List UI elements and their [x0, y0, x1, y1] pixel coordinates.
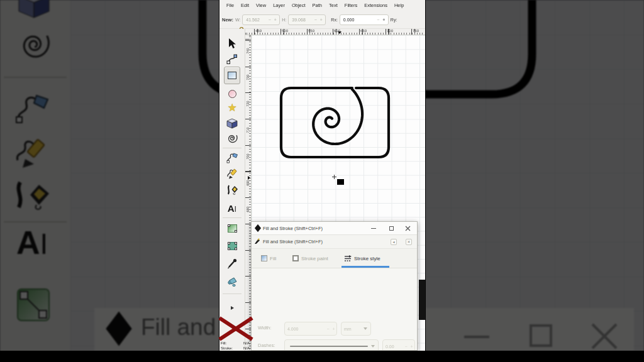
- crosshair-cursor: [332, 175, 336, 179]
- unit-dropdown[interactable]: mm: [341, 322, 371, 336]
- tab-stroke-paint[interactable]: Stroke paint: [292, 249, 328, 268]
- ry-label: Ry:: [391, 18, 397, 22]
- menu-extensions[interactable]: Extensions: [364, 3, 387, 8]
- rectangle-icon: [228, 72, 236, 79]
- pencil-tool-button[interactable]: [224, 166, 240, 181]
- dash-pattern-dropdown[interactable]: [284, 339, 379, 351]
- dashes-row: Dashes: 0.00−+: [252, 339, 417, 351]
- fill-tab-icon: [261, 255, 267, 261]
- inkscape-window: File Edit View Layer Object Path Text Fi…: [219, 0, 425, 362]
- rectangle-tool-button[interactable]: [224, 67, 240, 84]
- ruler-label: 550: [307, 29, 314, 35]
- bg-box3d-icon: [16, 0, 52, 21]
- bg-dialog-bar-left: Fill and Stro: [94, 308, 219, 351]
- ruler-label: 730: [246, 74, 250, 80]
- bg-tweak-icon: [15, 92, 52, 129]
- close-button[interactable]: [401, 224, 414, 233]
- horizontal-ruler[interactable]: 450 500 550 600 650 700 750: [245, 29, 425, 35]
- bg-calligraphy-icon: [14, 180, 52, 217]
- calligraphy-pen-icon: [226, 185, 238, 196]
- paint-bucket-icon: [226, 276, 238, 287]
- width-spinner[interactable]: 41.562−+: [242, 14, 280, 25]
- text-icon: AI: [228, 204, 236, 214]
- stroke-indicator[interactable]: Stroke: N/A: [221, 346, 250, 350]
- mesh-gradient-icon: [228, 242, 237, 250]
- ruler-position-marker: [248, 176, 250, 180]
- ruler-label: 750: [411, 29, 419, 35]
- pencil-icon: [226, 168, 238, 180]
- tweak-icon: [226, 152, 238, 164]
- menu-edit[interactable]: Edit: [241, 3, 249, 8]
- selector-tool-button[interactable]: [224, 36, 240, 51]
- active-tab-underline: [341, 266, 389, 268]
- ruler-label: 700: [246, 153, 250, 159]
- bottom-black-bar: [0, 351, 644, 362]
- fill-and-stroke-dialog: Fill and Stroke (Shift+Ctrl+F) Fill and …: [251, 221, 418, 351]
- dock-float-button[interactable]: ◂: [391, 239, 397, 245]
- bucket-tool-button[interactable]: [224, 274, 240, 289]
- ruler-label: 740: [246, 48, 250, 53]
- rx-label: Rx:: [331, 18, 338, 22]
- chevron-down-icon: [371, 345, 375, 348]
- rx-spinner[interactable]: 0.000−+: [340, 14, 389, 25]
- toolbox-divider: [223, 217, 242, 218]
- dropper-tool-button[interactable]: [224, 256, 240, 272]
- box3d-tool-button[interactable]: [224, 116, 240, 131]
- menu-object[interactable]: Object: [292, 3, 306, 8]
- dock-close-button[interactable]: ✕: [406, 239, 412, 245]
- bg-inkscape-logo: [106, 312, 131, 346]
- dialog-tabs: Fill Stroke paint Stroke style: [252, 249, 417, 268]
- gradient-tool-button[interactable]: [224, 221, 240, 236]
- width-label: W:: [235, 18, 240, 22]
- menu-view[interactable]: View: [256, 3, 266, 8]
- node-tool-button[interactable]: [224, 52, 240, 67]
- tab-stroke-style[interactable]: Stroke style: [344, 249, 380, 268]
- dropper-icon: [226, 258, 238, 270]
- tab-fill[interactable]: Fill: [261, 249, 276, 268]
- dialog-titlebar[interactable]: Fill and Stroke (Shift+Ctrl+F): [252, 222, 417, 235]
- text-tool-button[interactable]: AI: [224, 201, 240, 216]
- ruler-label: 650: [359, 29, 367, 35]
- ruler-label: 720: [246, 101, 250, 106]
- stroke-paint-tab-icon: [292, 255, 299, 261]
- menu-bar: File Edit View Layer Object Path Text Fi…: [219, 0, 425, 11]
- height-spinner[interactable]: 39.068−+: [288, 14, 326, 25]
- dashes-label: Dashes:: [258, 343, 275, 348]
- new-label: New:: [222, 17, 233, 23]
- star-tool-button[interactable]: ★: [224, 101, 240, 116]
- ellipse-tool-button[interactable]: [224, 86, 240, 101]
- mesh-tool-button[interactable]: [224, 238, 240, 253]
- spiral-shape: [313, 89, 362, 144]
- menu-filters[interactable]: Filters: [345, 3, 357, 8]
- toolbox-divider: [223, 148, 242, 148]
- menu-help[interactable]: Help: [394, 3, 404, 8]
- fill-indicator[interactable]: Fill: N/A: [221, 341, 250, 345]
- toolbox-overflow-button[interactable]: [224, 300, 240, 315]
- no-paint-x-icon: [218, 314, 253, 343]
- menu-file[interactable]: File: [226, 3, 234, 8]
- stroke-value: N/A: [243, 346, 250, 350]
- calligraphy-tool-button[interactable]: [224, 183, 240, 198]
- bg-dialog-bar-right: [425, 308, 634, 351]
- bg-minimize-icon: [464, 336, 489, 338]
- spiral-tool-button[interactable]: [224, 131, 240, 146]
- menu-path[interactable]: Path: [313, 3, 322, 8]
- ruler-label: 500: [280, 29, 288, 35]
- fill-value: N/A: [243, 341, 250, 345]
- stroke-width-spinner[interactable]: 4.000−+: [284, 322, 337, 336]
- dock-title: Fill and Stroke (Shift+Ctrl+F): [263, 239, 323, 244]
- dash-offset-spinner[interactable]: 0.00−+: [382, 339, 415, 351]
- selector-arrow-icon: [227, 38, 237, 49]
- tweak-tool-button[interactable]: [224, 150, 240, 165]
- fill-label: Fill:: [221, 341, 226, 345]
- overflow-arrow-icon: [231, 306, 234, 310]
- pen-icon: [254, 238, 261, 245]
- minimize-button[interactable]: [367, 224, 380, 233]
- bg-pencil-icon: [15, 135, 52, 174]
- inkscape-logo-icon: [255, 224, 261, 233]
- ruler-label: 700: [386, 29, 393, 35]
- maximize-button[interactable]: [384, 224, 398, 233]
- menu-text[interactable]: Text: [329, 3, 338, 8]
- menu-layer[interactable]: Layer: [273, 3, 285, 8]
- ruler-label: 680: [246, 206, 250, 212]
